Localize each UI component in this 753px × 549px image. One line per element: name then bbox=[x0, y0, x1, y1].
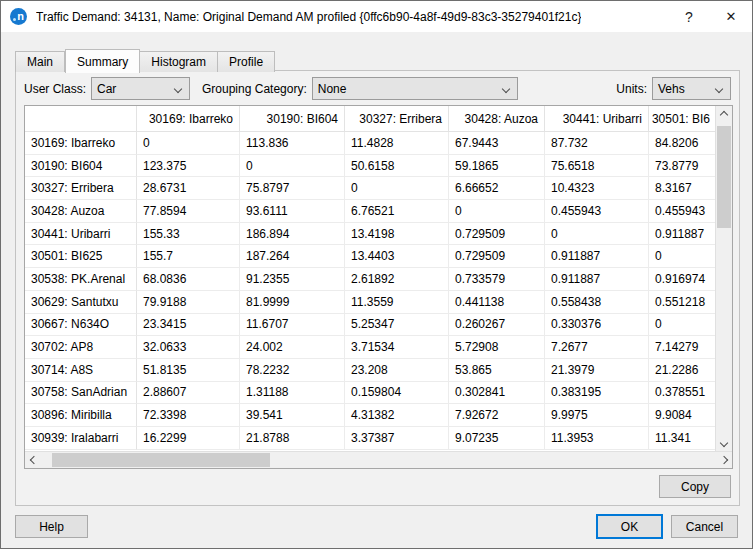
matrix-cell[interactable]: 0.159804 bbox=[345, 382, 449, 405]
matrix-cell[interactable]: 8.3167 bbox=[649, 177, 715, 200]
row-header[interactable]: 30758: SanAdrian bbox=[25, 382, 137, 405]
row-header[interactable]: 30169: Ibarreko bbox=[25, 132, 137, 155]
column-header[interactable]: 30441: Uribarri bbox=[545, 106, 649, 132]
column-header[interactable]: 30428: Auzoa bbox=[449, 106, 545, 132]
matrix-cell[interactable]: 11.3559 bbox=[345, 291, 449, 314]
matrix-cell[interactable]: 0.302841 bbox=[449, 382, 545, 405]
column-header[interactable]: 30169: Ibarreko bbox=[137, 106, 240, 132]
matrix-cell[interactable]: 59.1865 bbox=[449, 155, 545, 178]
matrix-cell[interactable]: 0.441138 bbox=[449, 291, 545, 314]
matrix-cell[interactable]: 53.865 bbox=[449, 359, 545, 382]
matrix-cell[interactable]: 0 bbox=[449, 200, 545, 223]
matrix-cell[interactable]: 3.71534 bbox=[345, 336, 449, 359]
matrix-cell[interactable]: 5.25347 bbox=[345, 314, 449, 337]
matrix-cell[interactable]: 0 bbox=[545, 223, 649, 246]
matrix-cell[interactable]: 9.07235 bbox=[449, 427, 545, 450]
matrix-cell[interactable]: 186.894 bbox=[240, 223, 345, 246]
matrix-cell[interactable]: 39.541 bbox=[240, 404, 345, 427]
matrix-cell[interactable]: 21.8788 bbox=[240, 427, 345, 450]
row-header[interactable]: 30714: A8S bbox=[25, 359, 137, 382]
scroll-right-button[interactable] bbox=[715, 452, 732, 468]
row-header[interactable]: 30667: N634O bbox=[25, 314, 137, 337]
matrix-cell[interactable]: 68.0836 bbox=[137, 268, 240, 291]
matrix-cell[interactable]: 0.911887 bbox=[545, 268, 649, 291]
matrix-cell[interactable]: 91.2355 bbox=[240, 268, 345, 291]
column-header[interactable]: 30327: Erribera bbox=[345, 106, 449, 132]
matrix-cell[interactable]: 0.911887 bbox=[545, 245, 649, 268]
copy-button[interactable]: Copy bbox=[659, 475, 731, 498]
matrix-cell[interactable]: 75.6518 bbox=[545, 155, 649, 178]
matrix-cell[interactable]: 0.378551 bbox=[649, 382, 715, 405]
vertical-scrollbar[interactable] bbox=[715, 106, 732, 451]
user-class-dropdown[interactable]: Car bbox=[91, 77, 190, 100]
matrix-cell[interactable]: 0.558438 bbox=[545, 291, 649, 314]
matrix-cell[interactable]: 16.2299 bbox=[137, 427, 240, 450]
matrix-cell[interactable]: 79.9188 bbox=[137, 291, 240, 314]
matrix-cell[interactable]: 11.4828 bbox=[345, 132, 449, 155]
matrix-cell[interactable]: 0.455943 bbox=[649, 200, 715, 223]
matrix-cell[interactable]: 21.3979 bbox=[545, 359, 649, 382]
row-header[interactable]: 30441: Uribarri bbox=[25, 223, 137, 246]
matrix-cell[interactable]: 11.3953 bbox=[545, 427, 649, 450]
matrix-cell[interactable]: 24.002 bbox=[240, 336, 345, 359]
row-header[interactable]: 30501: BI625 bbox=[25, 245, 137, 268]
matrix-cell[interactable]: 155.33 bbox=[137, 223, 240, 246]
matrix-cell[interactable]: 77.8594 bbox=[137, 200, 240, 223]
matrix-cell[interactable]: 11.6707 bbox=[240, 314, 345, 337]
row-header[interactable]: 30538: PK.Arenal bbox=[25, 268, 137, 291]
matrix-cell[interactable]: 32.0633 bbox=[137, 336, 240, 359]
row-header[interactable]: 30939: Iralabarri bbox=[25, 427, 137, 450]
matrix-cell[interactable]: 23.208 bbox=[345, 359, 449, 382]
matrix-cell[interactable]: 2.61892 bbox=[345, 268, 449, 291]
matrix-cell[interactable]: 0.733579 bbox=[449, 268, 545, 291]
matrix-cell[interactable]: 155.7 bbox=[137, 245, 240, 268]
matrix-cell[interactable]: 50.6158 bbox=[345, 155, 449, 178]
tab-summary[interactable]: Summary bbox=[65, 49, 140, 73]
row-header[interactable]: 30702: AP8 bbox=[25, 336, 137, 359]
matrix-cell[interactable]: 0 bbox=[137, 132, 240, 155]
ok-button[interactable]: OK bbox=[596, 514, 663, 539]
matrix-cell[interactable]: 9.9975 bbox=[545, 404, 649, 427]
matrix-cell[interactable]: 6.66652 bbox=[449, 177, 545, 200]
matrix-cell[interactable]: 0 bbox=[345, 177, 449, 200]
row-header[interactable]: 30629: Santutxu bbox=[25, 291, 137, 314]
vertical-scroll-track[interactable] bbox=[716, 123, 732, 434]
row-header[interactable]: 30428: Auzoa bbox=[25, 200, 137, 223]
scroll-down-button[interactable] bbox=[716, 434, 732, 451]
column-header[interactable]: 30190: BI604 bbox=[240, 106, 345, 132]
matrix-cell[interactable]: 0.916974 bbox=[649, 268, 715, 291]
matrix-cell[interactable]: 6.76521 bbox=[345, 200, 449, 223]
help-titlebar-button[interactable]: ? bbox=[668, 1, 710, 32]
matrix-cell[interactable]: 0 bbox=[649, 245, 715, 268]
matrix-cell[interactable]: 187.264 bbox=[240, 245, 345, 268]
column-header[interactable]: 30501: BI6 bbox=[649, 106, 715, 132]
help-button[interactable]: Help bbox=[15, 515, 88, 538]
matrix-cell[interactable]: 4.31382 bbox=[345, 404, 449, 427]
matrix-cell[interactable]: 87.732 bbox=[545, 132, 649, 155]
matrix-cell[interactable]: 21.2286 bbox=[649, 359, 715, 382]
matrix-cell[interactable]: 0 bbox=[649, 314, 715, 337]
row-header[interactable]: 30327: Erribera bbox=[25, 177, 137, 200]
scroll-up-button[interactable] bbox=[716, 106, 732, 123]
matrix-cell[interactable]: 0 bbox=[240, 155, 345, 178]
matrix-cell[interactable]: 23.3415 bbox=[137, 314, 240, 337]
matrix-cell[interactable]: 67.9443 bbox=[449, 132, 545, 155]
matrix-cell[interactable]: 78.2232 bbox=[240, 359, 345, 382]
matrix-cell[interactable]: 3.37387 bbox=[345, 427, 449, 450]
row-header[interactable]: 30896: Miribilla bbox=[25, 404, 137, 427]
units-dropdown[interactable]: Vehs bbox=[652, 77, 731, 100]
matrix-cell[interactable]: 84.8206 bbox=[649, 132, 715, 155]
matrix-cell[interactable]: 10.4323 bbox=[545, 177, 649, 200]
matrix-cell[interactable]: 13.4403 bbox=[345, 245, 449, 268]
matrix-cell[interactable]: 2.88607 bbox=[137, 382, 240, 405]
matrix-cell[interactable]: 28.6731 bbox=[137, 177, 240, 200]
matrix-cell[interactable]: 0.455943 bbox=[545, 200, 649, 223]
matrix-cell[interactable]: 7.2677 bbox=[545, 336, 649, 359]
matrix-cell[interactable]: 72.3398 bbox=[137, 404, 240, 427]
matrix-cell[interactable]: 123.375 bbox=[137, 155, 240, 178]
matrix-cell[interactable]: 81.9999 bbox=[240, 291, 345, 314]
tab-profile[interactable]: Profile bbox=[218, 51, 275, 72]
matrix-cell[interactable]: 113.836 bbox=[240, 132, 345, 155]
scroll-left-button[interactable] bbox=[25, 452, 42, 468]
matrix-cell[interactable]: 7.14279 bbox=[649, 336, 715, 359]
